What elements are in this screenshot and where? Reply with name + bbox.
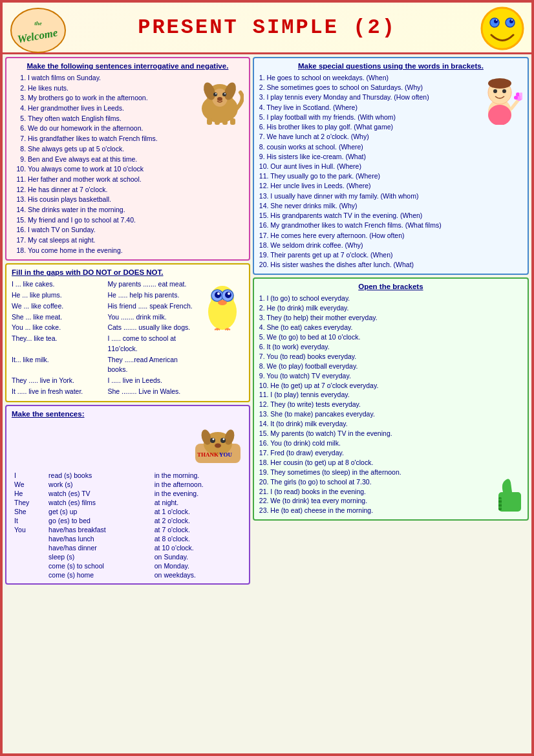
svg-text:YOU: YOU (219, 451, 233, 458)
fill-item: It... like milk. (12, 355, 102, 376)
list-item: 9. His sisters like ice-cream. (What) (259, 152, 522, 162)
svg-rect-21 (215, 120, 220, 125)
svg-point-17 (215, 93, 217, 94)
header: the Welcome PRESENT SIMPLE (2) (3, 3, 531, 54)
table-cell-time: at 8 o'clock. (152, 534, 244, 543)
fill-item: My parents ....... eat meat. (107, 279, 198, 290)
svg-rect-23 (230, 118, 235, 125)
list-item: 21. I (to read) books in the evening. (259, 487, 490, 497)
table-cell-subject: They (12, 498, 46, 507)
table-cell-subject (12, 543, 46, 552)
svg-rect-20 (207, 118, 212, 125)
fill-gaps-grid: I ... like cakes. My parents ....... eat… (12, 279, 198, 396)
table-cell-subject: He (12, 489, 46, 498)
table-cell-subject: You (12, 525, 46, 534)
main-content: Make the following sentences interrogati… (3, 54, 531, 587)
table-row: Sheget (s) upat 1 o'clock. (12, 507, 244, 516)
list-item: 3. They (to help) their mother everyday. (259, 313, 490, 323)
fill-item: They ..... live in York. (12, 376, 102, 386)
section-special-questions: Make special questions using the words i… (253, 57, 529, 275)
svg-point-9 (511, 19, 513, 21)
table-cell-verb: get (s) up (46, 507, 152, 516)
page-title: PRESENT SIMPLE (2) (138, 16, 396, 39)
welcome-badge: the Welcome (9, 6, 67, 54)
svg-point-47 (215, 443, 221, 448)
table-cell-time: at 2 o'clock. (152, 516, 244, 525)
list-item: Ben and Eve always eat at this time. (28, 155, 244, 164)
list-item: 2. He (to drink) milk everyday. (259, 303, 490, 313)
table-cell-time: on weekdays. (152, 570, 244, 579)
section2-title: Make special questions using the words i… (259, 62, 522, 70)
fill-item: It ..... live in fresh water. (12, 387, 102, 397)
list-item: His cousin plays basketball. (28, 195, 244, 204)
list-item: 1. I (to go) to school everyday. (259, 294, 490, 303)
svg-point-7 (509, 19, 513, 23)
list-item: 9. You (to watch) TV everyday. (259, 371, 490, 381)
list-item: 12. Her uncle lives in Leeds. (Where) (259, 181, 522, 191)
table-row: sleep (s)on Sunday. (12, 552, 244, 561)
list-item: 6. It (to work) everyday. (259, 342, 490, 352)
table-cell-time: on Sunday. (152, 552, 244, 561)
svg-point-8 (496, 19, 497, 21)
list-item: 5. We (to go) to bed at 10 o'clock. (259, 332, 490, 342)
svg-point-54 (493, 89, 497, 93)
thumbs-up-image (495, 473, 524, 516)
table-row: Theywatch (es) filmsat night. (12, 498, 244, 507)
table-cell-subject (12, 561, 46, 570)
table-row: Iread (s) booksin the morning. (12, 471, 244, 480)
list-item: 13. I usually have dinner with my family… (259, 191, 522, 201)
fill-item: She ........ Live in Wales. (107, 387, 198, 397)
left-column: Make the following sentences interrogati… (5, 57, 250, 585)
table-cell-verb: come (s) home (46, 570, 152, 579)
table-cell-verb: have/has lunch (46, 534, 152, 543)
svg-rect-65 (498, 502, 502, 504)
svg-point-55 (502, 89, 506, 93)
svg-point-45 (212, 438, 214, 440)
fill-item: I ... like cakes. (12, 279, 102, 290)
list-item: 4. She (to eat) cakes everyday. (259, 323, 490, 332)
svg-point-3 (482, 8, 523, 49)
svg-point-51 (488, 105, 511, 125)
svg-point-53 (488, 78, 511, 89)
section-make-sentences: Make the sentences: THANK (5, 405, 250, 585)
list-item: 17. Fred (to draw) everyday. (259, 448, 490, 458)
list-item: 7. We have lunch at 2 o'clock. (Why) (259, 132, 522, 142)
list-item: She always gets up at 5 o'clock. (28, 144, 244, 154)
fill-item: They .....read American books. (107, 355, 198, 376)
table-cell-time: at 1 o'clock. (152, 507, 244, 516)
table-row: Youhave/has breakfastat 7 o'clock. (12, 525, 244, 534)
list-item: 20. His sister washes the dishes after l… (259, 260, 522, 270)
table-row: Itgo (es) to bedat 2 o'clock. (12, 516, 244, 525)
list-item: 23. He (to eat) cheese in the morning. (259, 506, 490, 515)
table-cell-verb: watch (es) TV (46, 489, 152, 498)
list-item: 10. Our aunt lives in Hull. (Where) (259, 162, 522, 171)
fill-item: He ... like plums. (12, 290, 102, 301)
section1-title: Make the following sentences interrogati… (12, 62, 244, 70)
table-cell-subject (12, 570, 46, 579)
svg-point-16 (222, 92, 226, 96)
tweety-image (202, 279, 244, 332)
table-row: come (s) to schoolon Monday. (12, 561, 244, 570)
table-cell-time: on Monday. (152, 561, 244, 570)
list-item: 11. They usually go to the park. (Where) (259, 171, 522, 181)
fill-item: I ..... live in Leeds. (107, 376, 198, 386)
fill-item: You ... like coke. (12, 323, 102, 333)
svg-point-30 (217, 292, 220, 295)
table-cell-subject: We (12, 480, 46, 489)
fill-item: I ..... come to school at 11o'clock. (107, 334, 198, 354)
fill-item: His friend ..... speak French. (107, 301, 198, 312)
list-item: 15. His grandparents watch TV in the eve… (259, 211, 522, 221)
svg-point-46 (222, 438, 224, 440)
svg-point-32 (218, 300, 227, 305)
table-row: Hewatch (es) TVin the evening. (12, 489, 244, 498)
list-item: 8. We (to play) football everyday. (259, 362, 490, 371)
svg-rect-62 (498, 492, 521, 512)
list-item: My friend and I go to school at 7.40. (28, 215, 244, 225)
smiley-icon (480, 6, 525, 51)
table-cell-time: at 10 o'clock. (152, 543, 244, 552)
table-cell-verb: have/has breakfast (46, 525, 152, 534)
table-row: Wework (s)in the afternoon. (12, 480, 244, 489)
dog-image (195, 73, 244, 126)
table-cell-subject: She (12, 507, 46, 516)
list-item: His grandfather likes to watch French fi… (28, 134, 244, 144)
